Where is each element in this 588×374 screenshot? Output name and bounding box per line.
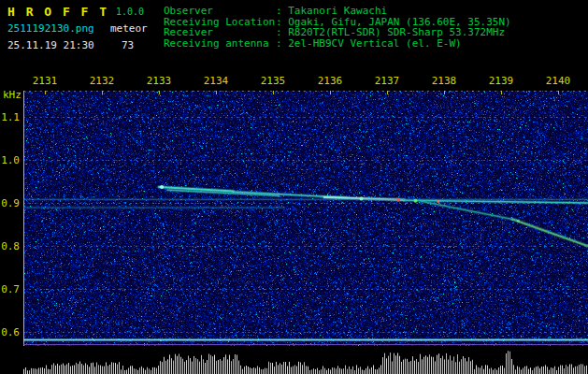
x-tick-label: 2137 xyxy=(373,75,401,87)
x-axis-labels: 2131213221332134213521362137213821392140 xyxy=(0,0,588,374)
app-version: 1.0.0 xyxy=(116,7,144,17)
observation-info: Observer: Takanori KawachiReceiving Loca… xyxy=(164,6,511,49)
datetime: 25.11.19 21:30 xyxy=(7,39,94,51)
y-axis-labels: 1.11.00.90.80.70.6 xyxy=(0,0,588,374)
y-tick-label: 1.1 xyxy=(0,111,20,123)
x-tick-label: 2131 xyxy=(31,75,59,87)
y-tick-label: 0.8 xyxy=(0,240,20,252)
y-tick-label: 0.7 xyxy=(0,283,20,295)
info-row: Receiving antenna: 2el-HB9CV Vertical (e… xyxy=(164,38,511,50)
hrofft-output: H R O F F T 1.0.0 2511192130.png meteor … xyxy=(0,0,588,374)
x-tick-label: 2140 xyxy=(544,75,572,87)
app-title: H R O F F T xyxy=(7,5,108,19)
x-tick-label: 2133 xyxy=(145,75,173,87)
y-tick-label: 0.9 xyxy=(0,197,20,209)
x-tick-label: 2136 xyxy=(316,75,344,87)
y-tick-label: 1.0 xyxy=(0,154,20,166)
spectrogram-plot: kHz 213121322133213421352136213721382139… xyxy=(0,0,588,374)
y-tick-label: 0.6 xyxy=(0,326,20,338)
mode-label: meteor xyxy=(110,22,148,35)
level-bars-canvas xyxy=(23,349,588,374)
filename: 2511192130.png xyxy=(7,22,94,35)
x-tick-label: 2134 xyxy=(202,75,230,87)
echo-count: 73 xyxy=(122,39,134,51)
x-tick-label: 2135 xyxy=(259,75,287,87)
x-tick-label: 2138 xyxy=(430,75,458,87)
x-tick-label: 2132 xyxy=(88,75,116,87)
x-tick-label: 2139 xyxy=(487,75,515,87)
spectrogram-canvas xyxy=(23,91,588,346)
y-axis-unit: kHz xyxy=(3,89,22,101)
